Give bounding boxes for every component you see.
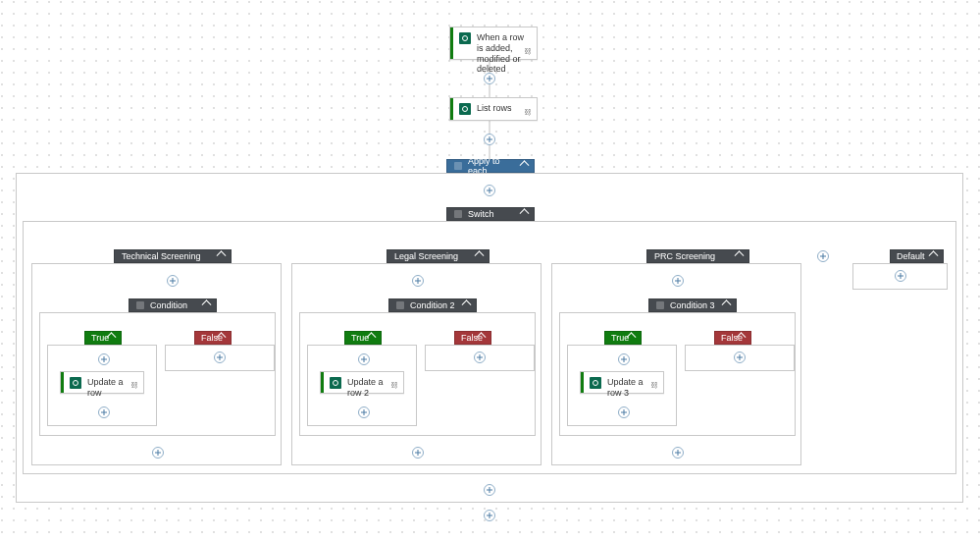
add-step-button[interactable] bbox=[474, 352, 486, 363]
dataverse-icon bbox=[590, 377, 601, 389]
chevron-up-icon bbox=[520, 160, 530, 170]
chevron-up-icon bbox=[462, 299, 472, 309]
condition-icon bbox=[136, 301, 144, 309]
case-header-technical[interactable]: Technical Screening bbox=[114, 249, 232, 263]
connection-icon: ⛓ bbox=[524, 108, 532, 117]
dataverse-icon bbox=[459, 103, 471, 115]
add-step-button[interactable] bbox=[734, 352, 746, 363]
add-step-button[interactable] bbox=[358, 353, 370, 365]
action-card-1[interactable]: Update a row ⛓ bbox=[60, 371, 144, 394]
add-step-button[interactable] bbox=[484, 73, 495, 84]
condition-header-2[interactable]: Condition 2 bbox=[388, 298, 477, 312]
add-step-button[interactable] bbox=[412, 447, 424, 459]
add-step-button[interactable] bbox=[98, 406, 110, 418]
default-header[interactable]: Default bbox=[890, 249, 944, 263]
chevron-up-icon bbox=[217, 250, 227, 260]
dataverse-icon bbox=[70, 377, 81, 389]
chevron-up-icon bbox=[735, 250, 745, 260]
list-rows-label: List rows bbox=[477, 103, 512, 114]
action-card-2[interactable]: Update a row 2 ⛓ bbox=[320, 371, 404, 394]
connection-icon: ⛓ bbox=[390, 381, 398, 390]
trigger-label: When a row is added, modified or deleted bbox=[477, 32, 530, 75]
condition-icon bbox=[396, 301, 404, 309]
chevron-up-icon bbox=[475, 250, 485, 260]
list-rows-card[interactable]: List rows ⛓ bbox=[449, 97, 538, 121]
add-step-button[interactable] bbox=[484, 134, 495, 145]
add-case-button[interactable] bbox=[817, 250, 829, 262]
trigger-card[interactable]: When a row is added, modified or deleted… bbox=[449, 27, 538, 60]
add-step-button[interactable] bbox=[412, 275, 424, 287]
condition-header-1[interactable]: Condition bbox=[129, 298, 217, 312]
add-step-button[interactable] bbox=[618, 406, 630, 418]
add-step-button[interactable] bbox=[214, 352, 226, 363]
add-step-button[interactable] bbox=[618, 353, 630, 365]
case-header-prc[interactable]: PRC Screening bbox=[646, 249, 749, 263]
add-step-button[interactable] bbox=[672, 447, 684, 459]
true-header-3[interactable]: True bbox=[604, 331, 642, 345]
chevron-up-icon bbox=[202, 299, 212, 309]
connection-icon: ⛓ bbox=[130, 381, 138, 390]
add-step-button[interactable] bbox=[895, 270, 906, 282]
chevron-up-icon bbox=[520, 208, 530, 218]
add-step-button[interactable] bbox=[484, 510, 495, 521]
chevron-up-icon bbox=[929, 250, 939, 260]
connection-icon: ⛓ bbox=[524, 47, 532, 56]
apply-to-each-header[interactable]: Apply to each bbox=[446, 159, 535, 173]
false-header-1[interactable]: False bbox=[194, 331, 232, 345]
add-step-button[interactable] bbox=[152, 447, 164, 459]
dataverse-icon bbox=[330, 377, 341, 389]
switch-icon bbox=[454, 210, 462, 218]
add-step-button[interactable] bbox=[167, 275, 179, 287]
add-step-button[interactable] bbox=[484, 484, 495, 496]
false-header-3[interactable]: False bbox=[714, 331, 751, 345]
true-header-2[interactable]: True bbox=[344, 331, 382, 345]
true-header-1[interactable]: True bbox=[84, 331, 122, 345]
condition-icon bbox=[656, 301, 664, 309]
case-header-legal[interactable]: Legal Screening bbox=[387, 249, 490, 263]
loop-icon bbox=[454, 162, 462, 170]
condition-header-3[interactable]: Condition 3 bbox=[648, 298, 737, 312]
add-step-button[interactable] bbox=[358, 406, 370, 418]
false-header-2[interactable]: False bbox=[454, 331, 491, 345]
connection-icon: ⛓ bbox=[650, 381, 658, 390]
dataverse-icon bbox=[459, 32, 471, 44]
switch-header[interactable]: Switch bbox=[446, 207, 535, 221]
action-card-3[interactable]: Update a row 3 ⛓ bbox=[580, 371, 664, 394]
add-step-button[interactable] bbox=[672, 275, 684, 287]
chevron-up-icon bbox=[722, 299, 732, 309]
switch-label: Switch bbox=[468, 209, 494, 219]
add-step-button[interactable] bbox=[98, 353, 110, 365]
add-step-button[interactable] bbox=[484, 185, 495, 196]
